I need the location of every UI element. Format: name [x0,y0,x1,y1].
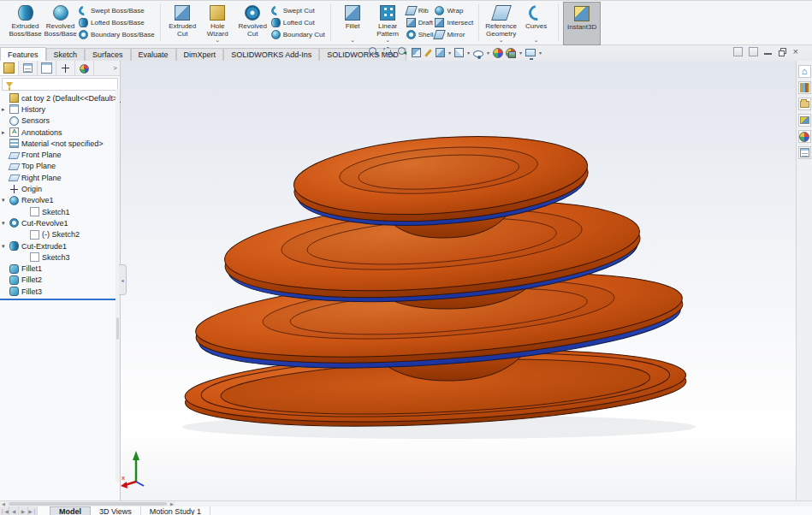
tree-item-sketch1[interactable]: Sketch1 [0,206,120,217]
last-tab-icon[interactable]: ▶❘ [28,506,38,515]
document-window-right-icon[interactable] [749,47,758,56]
tree-item-part[interactable]: cat toy 2 (Default<<Default>_Display [0,92,120,104]
section-view-icon[interactable] [412,48,421,57]
tab-sketch[interactable]: Sketch [46,48,86,61]
tree-item-top-plane[interactable]: Top Plane [0,161,120,172]
tree-item-annotations[interactable]: ▸Annotations [0,127,120,138]
expander-icon[interactable]: ▸ [2,129,9,136]
expander-icon[interactable]: ▾ [2,220,9,227]
boundary-boss-base-button[interactable]: Boundary Boss/Base [79,28,155,40]
tree-item-fillet3[interactable]: Fillet3 [0,286,120,297]
view-settings-icon[interactable] [525,49,536,56]
file-explorer-button[interactable] [798,98,811,110]
dimxpertmanager-tab[interactable] [56,61,75,75]
home-button[interactable]: ⌂ [798,65,811,78]
document-window-left-icon[interactable] [733,47,743,56]
previous-view-icon[interactable] [397,46,409,58]
tree-item-sensors[interactable]: Sensors [0,115,120,127]
tree-item-revolve1[interactable]: ▾Revolve1 [0,195,120,206]
tree-filter-input[interactable] [2,78,118,91]
tree-item-fillet1[interactable]: Fillet1 [0,263,120,274]
design-library-button[interactable] [798,81,811,94]
close-button[interactable]: × [793,47,798,56]
edit-appearance-icon[interactable] [493,48,503,58]
view-orientation-icon[interactable] [436,48,445,57]
tree-item-history[interactable]: ▸History [0,104,120,115]
manager-tab-flyout-arrow[interactable]: > [94,61,120,75]
tree-item-front-plane[interactable]: Front Plane [0,149,120,160]
reference-geometry-button[interactable]: Reference Geometry [483,2,519,43]
fillet-button[interactable]: Fillet [335,2,370,43]
apply-scene-icon[interactable] [506,48,516,58]
tree-item-label: Annotations [21,128,62,137]
expander-icon[interactable]: ▾ [2,197,9,204]
view-palette-button[interactable] [798,114,811,127]
expander-icon[interactable]: ▾ [2,243,9,250]
wrap-button[interactable]: Wrap [435,4,473,16]
hole-wizard-button[interactable]: Hole Wizard [200,2,235,43]
dropdown-arrow-icon[interactable]: ▾ [539,50,542,56]
curves-button[interactable]: Curves [519,2,554,43]
dropdown-arrow-icon[interactable]: ▾ [519,50,522,56]
reference-geometry-label: Reference Geometry [483,23,519,38]
tab-solidworks-add-ins[interactable]: SOLIDWORKS Add-Ins [223,48,319,61]
zoom-to-fit-icon[interactable] [368,46,380,58]
extruded-cut-button[interactable]: Extruded Cut [165,2,200,43]
tab-model[interactable]: Model [50,506,91,515]
intersect-button[interactable]: Intersect [435,16,473,28]
swept-boss-base-button[interactable]: Swept Boss/Base [79,4,155,16]
tree-item-cut-revolve1[interactable]: ▾Cut-Revolve1 [0,217,120,228]
displaymanager-tab[interactable] [75,61,94,75]
swept-cut-button[interactable]: Swept Cut [271,4,325,16]
model-cat-toy[interactable] [121,61,795,500]
tree-item-sketch3[interactable]: Sketch3 [0,252,120,263]
appearances-scenes-button[interactable] [798,130,811,143]
expander-icon[interactable]: ▸ [2,106,9,113]
tab-surfaces[interactable]: Surfaces [85,48,131,61]
rib-button[interactable]: Rib [406,4,434,16]
next-tab-icon[interactable]: ▶ [19,506,28,515]
tab-3d-views[interactable]: 3D Views [91,506,141,515]
zoom-to-area-icon[interactable] [382,46,394,58]
tree-item-fillet2[interactable]: Fillet2 [0,275,120,286]
propertymanager-tab[interactable] [19,61,38,75]
tab-dimxpert[interactable]: DimXpert [176,48,224,61]
dropdown-arrow-icon[interactable]: ▾ [487,50,489,56]
revolved-boss-base-button[interactable]: Revolved Boss/Base [43,2,78,43]
tab-features[interactable]: Features [0,47,46,61]
rollback-bar[interactable] [0,299,120,300]
lofted-boss-base-button[interactable]: Lofted Boss/Base [79,16,155,28]
dropdown-arrow-icon[interactable]: ▾ [448,50,451,56]
hide-show-items-icon[interactable] [473,50,483,57]
custom-properties-button[interactable] [798,146,811,159]
panel-collapse-handle[interactable]: ◂ [119,264,127,295]
tree-item-cut-extrude1[interactable]: ▾Cut-Extrude1 [0,240,120,252]
tree-item-right-plane[interactable]: Right Plane [0,172,120,183]
lofted-cut-button[interactable]: Lofted Cut [271,16,325,28]
revolved-cut-button[interactable]: Revolved Cut [235,2,270,43]
tab-evaluate[interactable]: Evaluate [131,48,176,61]
minimize-button[interactable] [764,47,773,56]
linear-pattern-button[interactable]: Linear Pattern [370,2,406,43]
extruded-boss-base-button[interactable]: Extruded Boss/Base [8,2,43,43]
previous-tab-icon[interactable]: ◀ [9,506,19,515]
instant3d-button[interactable]: Instant3D [563,2,601,45]
wrap-label: Wrap [447,7,463,15]
featuremanager-design-tree-tab[interactable] [0,61,19,75]
tab-motion-study-1[interactable]: Motion Study 1 [141,506,210,515]
shell-button[interactable]: Shell [406,28,434,40]
scrollbar-thumb[interactable] [9,502,167,506]
tree-item-origin[interactable]: Origin [0,183,120,194]
tree-item-sketch2[interactable]: (-) Sketch2 [0,229,120,240]
restore-button[interactable] [779,48,787,56]
configurationmanager-tab[interactable] [38,61,56,75]
mirror-button[interactable]: Mirror [435,28,473,40]
dropdown-arrow-icon[interactable]: ▾ [467,50,470,56]
boundary-cut-button[interactable]: Boundary Cut [271,28,325,40]
tree-item-material[interactable]: Material <not specified> [0,138,120,149]
dynamic-annotation-views-icon[interactable] [424,48,433,57]
display-style-icon[interactable] [454,48,464,57]
draft-button[interactable]: Draft [406,16,434,28]
graphics-viewport[interactable]: x [121,61,796,500]
first-tab-icon[interactable]: ❘◀ [0,506,9,515]
